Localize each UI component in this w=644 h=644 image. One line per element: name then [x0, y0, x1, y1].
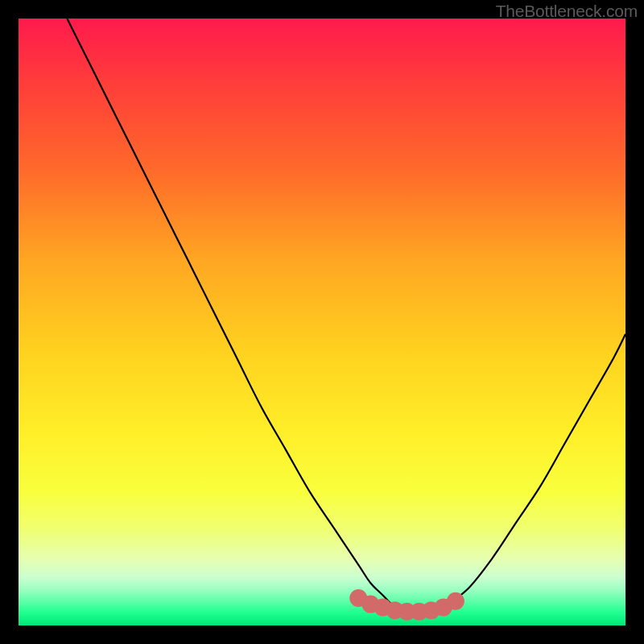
curve-line [67, 19, 625, 613]
plot-area [19, 19, 625, 625]
bottleneck-curve [67, 19, 625, 613]
watermark-text: TheBottleneck.com [496, 2, 638, 21]
chart-svg [19, 19, 625, 625]
optimal-zone-markers [349, 589, 464, 621]
chart-frame: TheBottleneck.com [0, 0, 644, 644]
optimal-marker [447, 592, 464, 610]
